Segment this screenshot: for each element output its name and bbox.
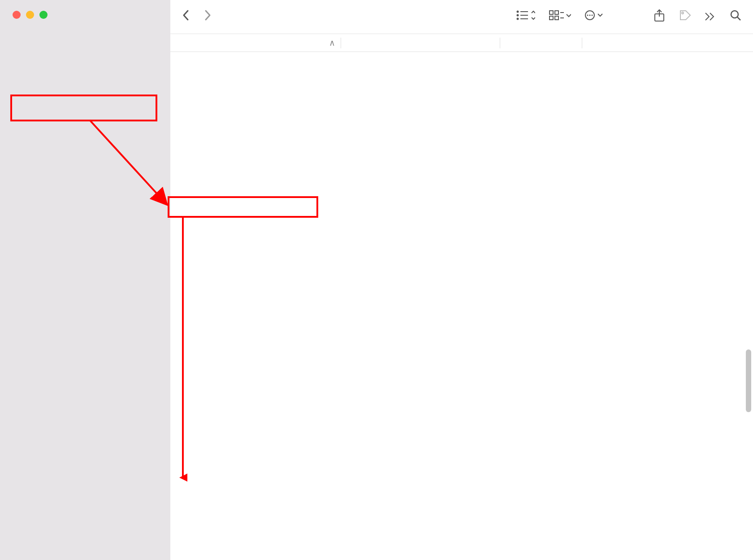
- svg-point-4: [517, 18, 519, 20]
- column-name[interactable]: ∧: [170, 38, 341, 48]
- svg-point-0: [517, 11, 519, 13]
- more-button[interactable]: [705, 10, 716, 24]
- icon-view-button[interactable]: [549, 10, 571, 24]
- svg-rect-8: [550, 16, 553, 20]
- window-controls: [0, 4, 170, 31]
- action-menu-button[interactable]: [584, 9, 604, 24]
- column-headers: ∧: [170, 34, 753, 52]
- forward-button[interactable]: [203, 9, 212, 25]
- svg-point-2: [517, 15, 519, 16]
- svg-line-20: [737, 17, 740, 20]
- minimize-window-button[interactable]: [26, 11, 34, 19]
- list-view-button[interactable]: [515, 9, 535, 24]
- svg-point-14: [589, 15, 591, 16]
- scrollbar-thumb[interactable]: [746, 349, 751, 412]
- svg-rect-9: [555, 16, 558, 20]
- share-button[interactable]: [653, 9, 665, 25]
- svg-point-15: [592, 15, 593, 16]
- svg-point-13: [587, 15, 589, 16]
- sidebar: [0, 0, 170, 560]
- zoom-window-button[interactable]: [39, 11, 48, 19]
- svg-point-19: [731, 11, 738, 18]
- back-button[interactable]: [182, 9, 190, 25]
- file-list: [170, 52, 753, 560]
- close-window-button[interactable]: [13, 11, 21, 19]
- svg-rect-7: [555, 11, 558, 14]
- svg-rect-6: [550, 11, 553, 14]
- search-button[interactable]: [730, 9, 741, 24]
- toolbar: [170, 0, 753, 34]
- tags-button[interactable]: [679, 9, 691, 25]
- main-pane: ∧: [170, 0, 753, 560]
- svg-point-18: [682, 12, 684, 14]
